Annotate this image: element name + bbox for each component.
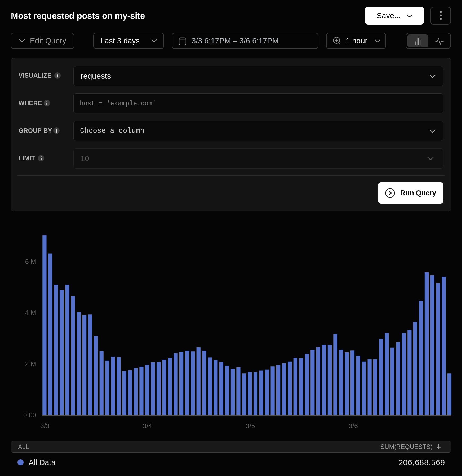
svg-text:4 M: 4 M [25, 309, 36, 316]
svg-text:3/4: 3/4 [143, 422, 152, 430]
svg-text:2 M: 2 M [25, 360, 36, 368]
svg-text:0.00: 0.00 [23, 411, 36, 419]
svg-text:3/5: 3/5 [246, 422, 255, 430]
svg-text:3/6: 3/6 [349, 422, 358, 430]
svg-text:3/3: 3/3 [40, 422, 50, 430]
svg-text:6 M: 6 M [25, 258, 36, 265]
